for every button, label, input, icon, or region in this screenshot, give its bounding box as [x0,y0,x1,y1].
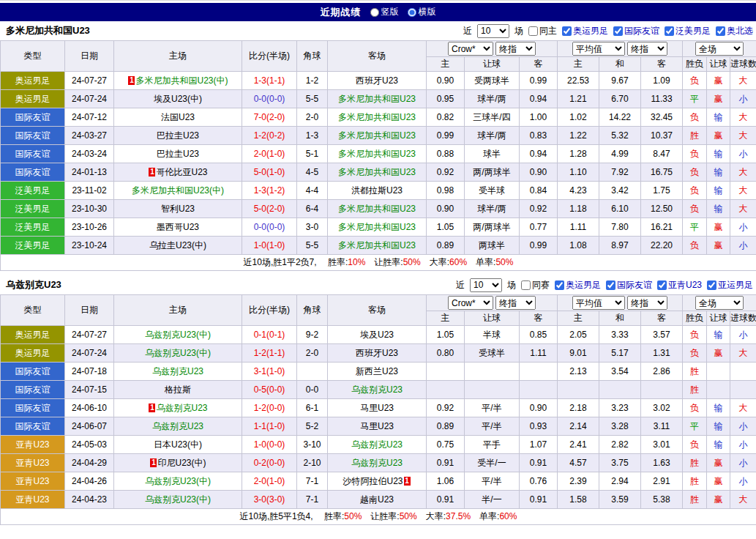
filter-option-label: 亚运男足 [718,279,753,291]
col-header: 比分(半场) [242,41,297,72]
filter-checkbox[interactable] [707,280,716,290]
home-team-link[interactable]: 乌兹别克U23 [152,421,203,431]
away-team-link[interactable]: 多米尼加共和国U23 [338,222,416,232]
away-team-link[interactable]: 多米尼加共和国U23 [338,130,416,141]
home-team-link[interactable]: 1哥伦比亚U23 [148,167,207,177]
match-date: 23-10-30 [65,200,114,218]
result-goals: 小 [730,436,756,454]
home-team-cell: 巴拉圭U23 [114,127,242,145]
home-team-link[interactable]: 智利U23 [161,204,195,214]
col-subheader: 客 [641,57,683,72]
home-team-link[interactable]: 格拉斯 [165,384,191,395]
away-team-link[interactable]: 马里U23 [360,421,394,431]
summary-row: 近10场,胜1平2负7, 胜率:10%让胜率:50%大率:60%单率:50% [1,255,756,271]
average-final-select[interactable]: 终指 [627,296,667,310]
corner-score: 3-10 [297,436,328,454]
avg-odds-value: 2.86 [641,363,683,381]
bookmaker-final-select[interactable]: 终指 [495,296,536,310]
summary-stat-label: 单率: [479,511,499,521]
filter-checkbox[interactable] [716,26,725,36]
competition-badge: 亚青U23 [1,454,65,472]
filter-option: 奥运男足 [562,25,608,37]
away-team-link[interactable]: 马里U23 [360,403,394,413]
home-team-link[interactable]: 1乌兹别克U23 [148,403,207,413]
result-handicap: 输 [707,417,730,436]
match-scope-select[interactable]: 全场 [695,296,744,310]
result-outcome: 负 [683,72,707,90]
layout-horizontal-radio[interactable] [408,8,416,17]
home-team-link[interactable]: 乌兹别克U23(中) [145,494,211,505]
away-team-link[interactable]: 新西兰U23 [356,366,398,376]
away-team-link[interactable]: 多米尼加共和国U23 [338,240,416,250]
away-team-link[interactable]: 越南U23 [360,494,394,505]
layout-vertical-radio[interactable] [370,8,379,17]
result-outcome: 负 [683,108,707,127]
result-outcome: 胜 [683,472,707,491]
corner-score: 5-5 [297,90,328,108]
page: 近期战绩 竖版 横版 多米尼加共和国U23近10场同主奥运男足国际友谊泛美男足奥… [0,0,756,525]
col-header: 主场 [114,295,242,326]
home-team-link[interactable]: 乌兹别克U23(中) [145,330,211,340]
home-team-link[interactable]: 巴拉圭U23 [157,149,199,159]
away-team-link[interactable]: 多米尼加共和国U23 [338,204,416,214]
recent-count-select[interactable]: 10 [470,278,502,292]
away-team-link[interactable]: 西班牙U23 [356,348,398,358]
competition-badge: 国际友谊 [1,417,65,436]
match-scope-select[interactable]: 全场 [695,42,744,56]
home-team-link[interactable]: 乌兹别克U23(中) [145,348,211,358]
home-team-link[interactable]: 多米尼加共和国U23(中) [132,185,224,196]
filter-checkbox[interactable] [657,280,667,290]
away-team-link[interactable]: 西班牙U23 [356,75,398,86]
filter-checkbox[interactable] [521,280,531,290]
filter-bar: 近10场同赛奥运男足国际友谊亚青U23亚运男足 [456,278,753,292]
away-team-link[interactable]: 多米尼加共和国U23 [338,112,416,122]
away-team-link[interactable]: 乌兹别克U23 [351,384,403,395]
away-team-link[interactable]: 洪都拉斯U23 [351,185,403,196]
match-row: 奥运男足24-07-24埃及U23(中)0-0(0-0)5-5多米尼加共和国U2… [1,90,756,108]
filter-checkbox[interactable] [562,26,572,36]
filter-checkbox[interactable] [555,280,564,290]
average-select[interactable]: 平均值 [572,42,625,56]
filter-checkbox[interactable] [528,26,538,36]
result-goals: 大 [730,491,756,509]
away-team-link[interactable]: 多米尼加共和国U23 [338,94,416,104]
home-team-link[interactable]: 1多米尼加共和国U23(中) [127,75,228,86]
home-team-link[interactable]: 日本U23(中) [154,439,202,450]
away-team-link[interactable]: 乌兹别克U23 [351,458,403,468]
result-outcome: 负 [683,326,707,344]
filter-checkbox[interactable] [665,26,674,36]
away-team-link[interactable]: 埃及U23 [360,330,394,340]
away-team-link[interactable]: 多米尼加共和国U23 [338,149,416,159]
home-team-link[interactable]: 乌兹别克U23 [152,366,203,376]
home-team-link[interactable]: 乌拉圭U23(中) [149,240,206,250]
avg-odds-value: 4.57 [558,454,599,472]
bookmaker-final-select[interactable]: 终指 [495,42,536,56]
away-team-link[interactable]: 多米尼加共和国U23 [338,167,416,177]
red-card-badge: 1 [128,76,135,85]
avg-odds-value: 3.02 [641,399,683,417]
average-final-select[interactable]: 终指 [627,42,667,56]
home-team-link[interactable]: 法国U23 [161,112,195,122]
home-team-link[interactable]: 墨西哥U23 [157,222,199,232]
handicap-line: 平/半 [465,399,520,417]
away-team-link[interactable]: 乌兹别克U23 [351,439,403,450]
corner-score: 6-1 [297,399,328,417]
filter-checkbox[interactable] [606,280,615,290]
bookmaker-select[interactable]: Crow* [448,296,493,310]
match-date: 24-07-24 [65,90,114,108]
avg-odds-value: 14.22 [599,108,641,127]
recent-count-select[interactable]: 10 [477,24,509,38]
home-team-link[interactable]: 乌兹别克U23(中) [145,476,211,486]
home-team-link[interactable]: 1印尼U23(中) [149,458,206,468]
odds-value: 0.75 [427,436,465,454]
layout-option-horizontal: 横版 [408,6,436,18]
match-row: 泛美男足23-10-26墨西哥U230-0(0-0)3-0多米尼加共和国U231… [1,218,756,237]
bookmaker-select[interactable]: Crow* [448,42,493,56]
home-team-link[interactable]: 埃及U23(中) [154,94,202,104]
score: 1-2(0-0) [242,399,297,417]
home-team-link[interactable]: 巴拉圭U23 [157,130,199,141]
away-team-link[interactable]: 沙特阿拉伯U231 [343,476,411,486]
filter-checkbox[interactable] [613,26,623,36]
result-handicap: 赢 [707,90,730,108]
average-select[interactable]: 平均值 [572,296,625,310]
